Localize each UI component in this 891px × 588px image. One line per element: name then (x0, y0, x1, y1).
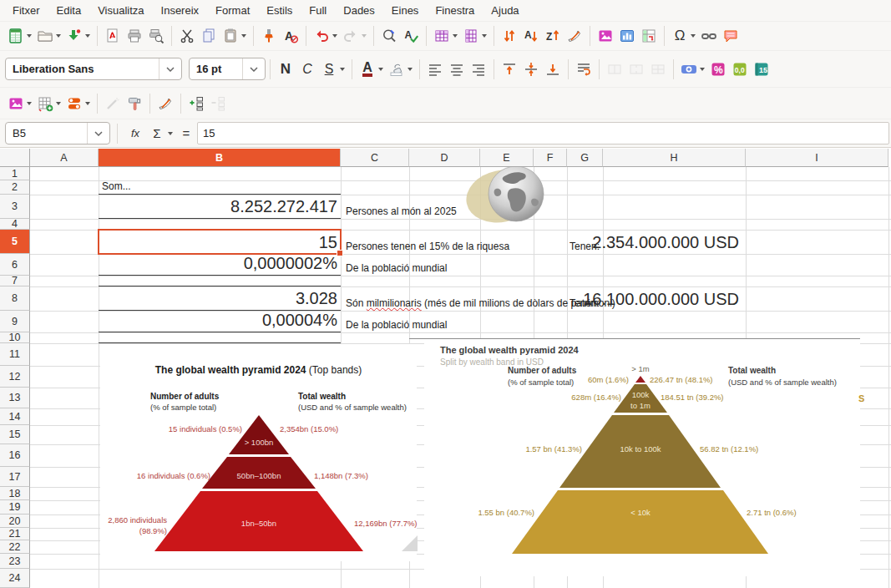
cell-H5[interactable]: 2.354.000.000 USD (589, 230, 742, 254)
menu-insereix[interactable]: Insereix (154, 3, 207, 18)
row-header-13[interactable]: 13 (0, 388, 30, 408)
row-header-24[interactable]: 24 (0, 569, 30, 588)
column-header-H[interactable]: H (603, 149, 746, 167)
sum-button[interactable]: Σ (146, 123, 168, 144)
formula-input[interactable]: 15 (197, 122, 889, 144)
cell-selection-B5[interactable] (98, 229, 342, 255)
currency-dropdown[interactable] (700, 68, 705, 71)
merge-cells-button[interactable] (604, 58, 625, 80)
column-header-D[interactable]: D (409, 149, 480, 167)
clone-formatting-button[interactable] (258, 25, 280, 47)
spelling-button[interactable]: A (400, 25, 422, 47)
menu-edita[interactable]: Edita (49, 3, 89, 18)
redo-button[interactable] (340, 25, 362, 47)
align-center-button[interactable] (446, 58, 468, 80)
cell-C6[interactable]: De la població mundial (342, 254, 593, 276)
select-all-corner[interactable] (0, 149, 30, 167)
menu-visualitza[interactable]: Visualitza (90, 3, 151, 18)
find-replace-button[interactable] (378, 25, 400, 47)
menu-eines[interactable]: Eines (384, 3, 427, 18)
unmerge-cells-button[interactable] (647, 58, 669, 80)
insert-rows-dropdown[interactable] (56, 102, 61, 105)
cell-B9[interactable]: 0,00004% (99, 311, 341, 332)
cell-B3[interactable]: 8.252.272.417 (99, 195, 341, 219)
special-character-dropdown[interactable] (691, 34, 696, 38)
freeze-panes-button[interactable] (638, 25, 660, 47)
column-header-F[interactable]: F (534, 149, 567, 167)
cell-B7[interactable] (99, 276, 341, 286)
undo-dropdown[interactable] (332, 34, 337, 38)
paint-roller-button[interactable] (124, 93, 145, 114)
cell-B8[interactable]: 3.028 (99, 286, 341, 311)
new-dropdown[interactable] (27, 34, 32, 38)
font-size-chevron[interactable] (242, 58, 265, 79)
row-header-10[interactable]: 10 (0, 332, 30, 343)
special-character-button[interactable]: Ω (669, 25, 691, 47)
row-header-20[interactable]: 20 (0, 514, 30, 528)
menu-dades[interactable]: Dades (336, 3, 382, 18)
font-color-dropdown[interactable] (378, 68, 383, 71)
cell-C5[interactable]: Persones tenen el 15% de la riquesa (342, 230, 593, 254)
font-name-chevron[interactable] (159, 58, 181, 79)
row-header-7[interactable]: 7 (0, 276, 30, 286)
equals-button[interactable]: = (175, 123, 197, 144)
row-header-23[interactable]: 23 (0, 554, 30, 569)
column-header-E[interactable]: E (480, 149, 534, 167)
menu-ajuda[interactable]: Ajuda (483, 3, 526, 18)
open-dropdown[interactable] (56, 34, 61, 38)
function-wizard-button[interactable]: fx (124, 123, 146, 144)
new-document-button[interactable] (5, 25, 27, 47)
column-header-A[interactable]: A (30, 149, 99, 167)
group-button[interactable] (185, 93, 207, 114)
paste-dropdown[interactable] (241, 34, 246, 38)
underline-button[interactable]: S (318, 58, 340, 80)
insert-image-button[interactable] (595, 25, 616, 47)
fill-handle[interactable] (337, 250, 343, 256)
row-header-2[interactable]: 2 (0, 180, 30, 195)
cell-B6[interactable]: 0,0000002% (99, 254, 341, 276)
insert-rows-button[interactable] (34, 93, 56, 114)
copy-button[interactable] (198, 25, 220, 47)
cell-H8[interactable]: 16.100.000.000 USD (580, 286, 742, 311)
sum-dropdown[interactable] (168, 132, 173, 135)
font-color-button[interactable]: A (357, 58, 378, 80)
name-box-chevron[interactable] (87, 123, 109, 144)
ungroup-button[interactable] (207, 93, 229, 114)
open-button[interactable] (34, 25, 56, 47)
align-top-button[interactable] (499, 58, 520, 80)
column-header-C[interactable]: C (341, 149, 409, 167)
magic-wand-button[interactable] (102, 93, 124, 114)
row-header-17[interactable]: 17 (0, 467, 30, 487)
paste-button[interactable] (220, 25, 241, 47)
row-header-22[interactable]: 22 (0, 540, 30, 554)
row-header-14[interactable]: 14 (0, 408, 30, 425)
save-button[interactable] (63, 25, 85, 47)
underline-dropdown[interactable] (340, 68, 345, 71)
row-button[interactable] (431, 25, 453, 47)
print-preview-button[interactable] (145, 25, 167, 47)
sort-ascending-button[interactable]: A (520, 25, 542, 47)
insert-chart-button[interactable] (616, 25, 638, 47)
font-size-combo[interactable]: 16 pt (189, 58, 266, 80)
format-number-button[interactable]: 0,0 (729, 58, 751, 80)
row-header-12[interactable]: 12 (0, 366, 30, 388)
align-vcenter-button[interactable] (520, 58, 542, 80)
save-dropdown[interactable] (85, 34, 90, 38)
redo-dropdown[interactable] (362, 34, 367, 38)
row-header-8[interactable]: 8 (0, 286, 30, 311)
toggles-button[interactable] (63, 93, 85, 114)
row-header-6[interactable]: 6 (0, 254, 30, 276)
format-currency-button[interactable] (678, 58, 700, 80)
undo-button[interactable] (311, 25, 332, 47)
menu-estils[interactable]: Estils (259, 3, 300, 18)
row-header-3[interactable]: 3 (0, 195, 30, 219)
export-pdf-button[interactable] (102, 25, 124, 47)
row-header-11[interactable]: 11 (0, 343, 30, 366)
row-header-9[interactable]: 9 (0, 311, 30, 332)
menu-format[interactable]: Format (208, 3, 257, 18)
column-dropdown[interactable] (482, 34, 487, 38)
font-name-combo[interactable]: Liberation Sans (5, 58, 182, 80)
row-dropdown[interactable] (453, 34, 458, 38)
row-header-16[interactable]: 16 (0, 444, 30, 467)
align-right-button[interactable] (468, 58, 489, 80)
